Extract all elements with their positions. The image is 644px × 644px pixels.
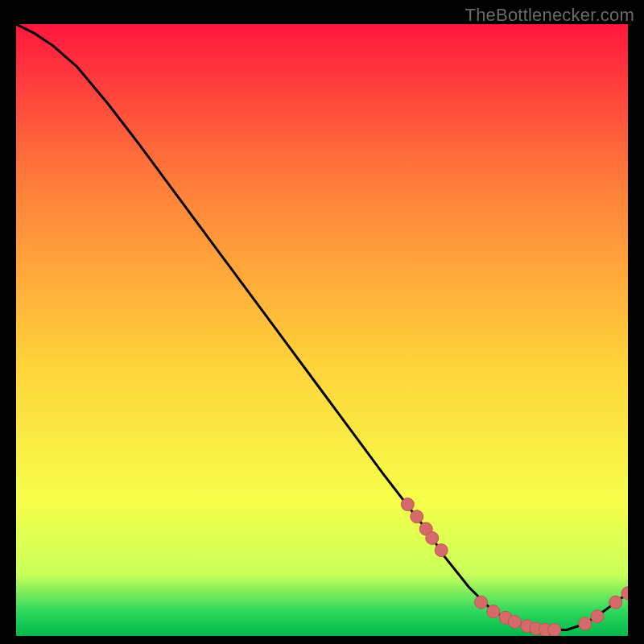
curve-marker	[426, 531, 439, 544]
chart-stage: TheBottlenecker.com	[0, 0, 644, 644]
curve-marker	[435, 544, 448, 557]
curve-marker	[548, 623, 561, 636]
curve-marker	[411, 510, 423, 523]
curve-marker	[475, 596, 488, 609]
curve-marker	[401, 498, 414, 511]
curve-marker	[609, 596, 622, 609]
chart-svg	[16, 24, 628, 636]
curve-marker	[508, 616, 521, 629]
plot-area	[16, 24, 628, 636]
curve-marker	[591, 610, 604, 623]
attribution-label: TheBottlenecker.com	[465, 5, 634, 26]
gradient-background	[16, 24, 628, 636]
curve-marker	[579, 617, 592, 630]
curve-marker	[487, 605, 500, 618]
